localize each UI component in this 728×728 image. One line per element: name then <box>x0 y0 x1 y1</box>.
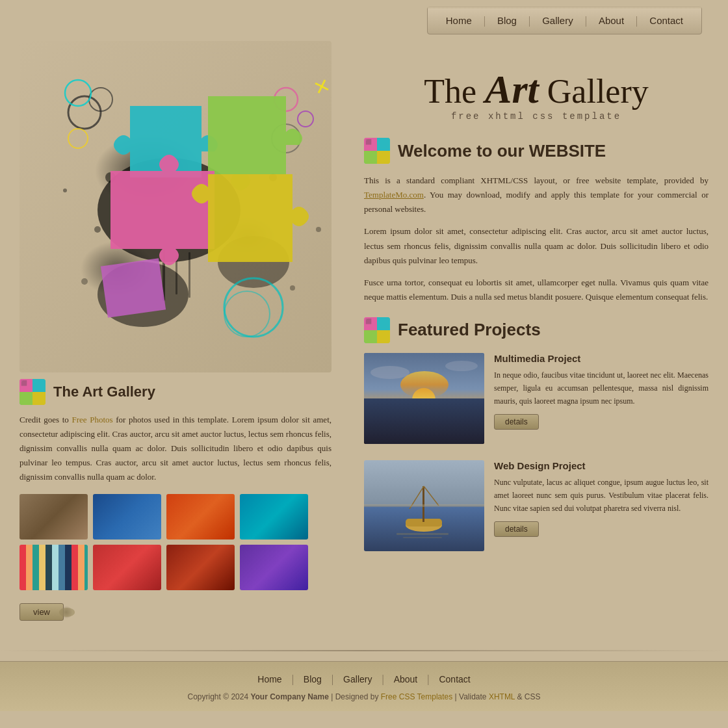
welcome-title: Welcome to our WEBSITE <box>398 141 606 161</box>
svg-rect-36 <box>377 330 390 343</box>
thumb-6[interactable] <box>93 545 161 590</box>
svg-rect-25 <box>32 379 46 392</box>
svg-rect-34 <box>377 317 390 330</box>
site-title: The Art Gallery <box>364 67 708 111</box>
view-btn-deco <box>57 606 77 619</box>
free-photos-link[interactable]: Free Photos <box>72 415 112 424</box>
svg-point-10 <box>68 96 101 129</box>
svg-point-20 <box>65 80 91 106</box>
svg-rect-43 <box>416 408 419 434</box>
thumb-1[interactable] <box>20 494 88 540</box>
featured-header: Featured Projects <box>364 317 708 343</box>
footer-nav-links: Home | Blog | Gallery | About | Contact <box>10 671 718 687</box>
copyright-text: Copyright © 2024 <box>188 692 249 701</box>
boat-svg <box>364 460 484 551</box>
svg-rect-31 <box>364 151 377 164</box>
sunset-svg <box>364 353 484 444</box>
svg-point-39 <box>412 388 436 411</box>
welcome-section: Welcome to our WEBSITE This is a standar… <box>364 138 708 304</box>
project-1-info: Multimedia Project In neque odio, faucib… <box>494 353 708 444</box>
thumb-7[interactable] <box>166 545 235 590</box>
company-name: Your Company Name <box>250 692 328 701</box>
css-text: CSS <box>525 692 541 701</box>
left-section-text: Credit goes to Free Photos for photos us… <box>20 413 332 484</box>
project-2-info: Web Design Project Nunc vulputate, lacus… <box>494 460 708 551</box>
svg-point-22 <box>316 227 321 232</box>
svg-point-41 <box>370 366 410 379</box>
view-btn-container: view <box>20 603 64 621</box>
svg-rect-32 <box>377 151 390 164</box>
footer-nav-contact[interactable]: Contact <box>429 671 480 687</box>
svg-point-17 <box>224 291 270 337</box>
svg-rect-53 <box>396 533 448 535</box>
main-wrapper: The Art Gallery Credit goes to Free Phot… <box>0 34 728 640</box>
svg-rect-40 <box>364 400 484 402</box>
footer-nav-blog[interactable]: Blog <box>294 671 332 687</box>
nav-contact[interactable]: Contact <box>638 11 695 30</box>
svg-rect-55 <box>364 504 484 507</box>
nav-home[interactable]: Home <box>434 11 484 30</box>
svg-rect-44 <box>421 405 423 437</box>
designer-link[interactable]: Free CSS Templates <box>381 692 453 701</box>
footer-nav-about[interactable]: About <box>384 671 428 687</box>
svg-rect-33 <box>364 317 377 330</box>
left-section-title: The Art Gallery <box>53 384 155 400</box>
svg-point-23 <box>81 278 88 285</box>
thumb-2[interactable] <box>93 494 161 540</box>
templatemo-link[interactable]: TemplateMo.com <box>364 190 424 200</box>
project-1: Multimedia Project In neque odio, faucib… <box>364 353 708 444</box>
xhtml-link[interactable]: XHTML <box>489 692 515 701</box>
project-1-details-btn[interactable]: details <box>494 414 539 430</box>
project-1-image <box>364 353 484 444</box>
svg-point-42 <box>445 361 478 371</box>
project-2: Web Design Project Nunc vulputate, lacus… <box>364 460 708 551</box>
svg-point-21 <box>63 188 67 192</box>
nav-about[interactable]: About <box>587 11 636 30</box>
project-1-desc: In neque odio, faucibus vitae tincidunt … <box>494 369 708 408</box>
footer: Home | Blog | Gallery | About | Contact … <box>0 661 728 711</box>
site-title-block: The Art Gallery free xhtml css template <box>364 67 708 122</box>
svg-rect-35 <box>364 330 377 343</box>
puzzle-container <box>46 60 332 359</box>
footer-copyright: Copyright © 2024 Your Company Name | Des… <box>10 692 718 701</box>
project-2-desc: Nunc vulputate, lacus ac aliquet congue,… <box>494 476 708 515</box>
puzzle-svg <box>46 60 332 359</box>
svg-point-28 <box>59 608 75 617</box>
svg-rect-24 <box>20 379 32 392</box>
nav-bar: Home | Blog | Gallery | About | Contact <box>427 6 702 34</box>
thumb-8[interactable] <box>240 545 308 590</box>
welcome-para1: This is a standard compliant XHTML/CSS l… <box>364 174 708 216</box>
svg-rect-29 <box>364 138 377 151</box>
featured-title: Featured Projects <box>398 320 541 340</box>
right-column: The Art Gallery free xhtml css template … <box>351 34 728 640</box>
site-subtitle: free xhtml css template <box>364 111 708 122</box>
svg-rect-45 <box>426 408 428 434</box>
designed-by-text: Designed by <box>335 692 379 701</box>
thumb-4[interactable] <box>240 494 308 540</box>
thumbnail-grid <box>20 494 332 590</box>
footer-divider <box>0 650 728 651</box>
footer-nav-home[interactable]: Home <box>248 671 291 687</box>
svg-rect-38 <box>364 402 484 444</box>
nav-gallery[interactable]: Gallery <box>530 11 585 30</box>
welcome-para3: Fusce urna tortor, consequat eu lobortis… <box>364 276 708 304</box>
footer-nav-gallery[interactable]: Gallery <box>333 671 382 687</box>
thumb-3[interactable] <box>166 494 235 540</box>
featured-icon <box>364 317 390 343</box>
featured-section: Featured Projects <box>364 317 708 551</box>
nav-blog[interactable]: Blog <box>486 11 528 30</box>
left-section-icon <box>20 379 46 405</box>
project-2-details-btn[interactable]: details <box>494 521 539 537</box>
svg-rect-9 <box>188 252 190 298</box>
welcome-icon <box>364 138 390 164</box>
title-art: Art <box>485 67 539 111</box>
svg-rect-30 <box>377 138 390 151</box>
project-2-image <box>364 460 484 551</box>
thumb-5[interactable] <box>20 545 88 590</box>
validate-text: Validate <box>459 692 486 701</box>
header: Home | Blog | Gallery | About | Contact <box>0 0 728 34</box>
svg-point-4 <box>94 226 101 233</box>
svg-point-15 <box>68 129 88 148</box>
left-column: The Art Gallery Credit goes to Free Phot… <box>0 34 351 640</box>
title-suffix: Gallery <box>539 73 649 110</box>
